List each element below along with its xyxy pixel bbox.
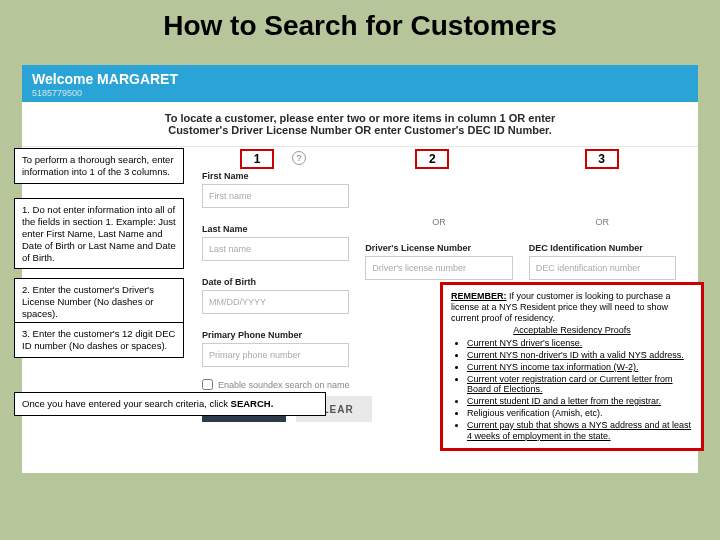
welcome-bar: Welcome MARGARET 5185779500 xyxy=(22,65,698,102)
badge-1: 1 xyxy=(240,149,274,169)
dob-input[interactable] xyxy=(202,290,349,314)
last-name-input[interactable] xyxy=(202,237,349,261)
soundex-checkbox[interactable] xyxy=(202,379,213,390)
dec-label: DEC Identification Number xyxy=(529,243,676,253)
list-item: Current NYS income tax information (W-2)… xyxy=(467,362,693,373)
help-icon[interactable]: ? xyxy=(292,151,306,165)
list-item: Current student ID and a letter from the… xyxy=(467,396,693,407)
welcome-prefix: Welcome xyxy=(32,71,97,87)
dec-input[interactable] xyxy=(529,256,676,280)
first-name-input[interactable] xyxy=(202,184,349,208)
welcome-username: MARGARET xyxy=(97,71,178,87)
callout-step-1: 1. Do not enter information into all of … xyxy=(14,198,184,269)
phone-input[interactable] xyxy=(202,343,349,367)
soundex-label: Enable soundex search on name xyxy=(218,380,350,390)
callout-bottom-text: Once you have entered your search criter… xyxy=(22,398,231,409)
badge-3: 3 xyxy=(585,149,619,169)
or-label-2: OR xyxy=(529,217,676,227)
callout-bottom-search: SEARCH. xyxy=(231,398,274,409)
list-item: Religious verification (Amish, etc). xyxy=(467,408,693,419)
slide-title: How to Search for Customers xyxy=(0,0,720,50)
remember-header: REMEMBER: xyxy=(451,291,507,301)
remember-list: Current NYS driver's license. Current NY… xyxy=(451,338,693,441)
dob-label: Date of Birth xyxy=(202,277,349,287)
list-item: Current voter registration card or Curre… xyxy=(467,374,693,396)
last-name-label: Last Name xyxy=(202,224,349,234)
callout-remember: REMEMBER: If your customer is looking to… xyxy=(440,282,704,451)
phone-label: Primary Phone Number xyxy=(202,330,349,340)
callout-intro: To perform a thorough search, enter info… xyxy=(14,148,184,184)
callout-bottom: Once you have entered your search criter… xyxy=(14,392,326,416)
list-item: Current pay stub that shows a NYS addres… xyxy=(467,420,693,442)
callout-step-3: 3. Enter the customer's 12 digit DEC ID … xyxy=(14,322,184,358)
instruction-text: To locate a customer, please enter two o… xyxy=(22,102,698,147)
welcome-id: 5185779500 xyxy=(32,88,688,98)
callout-step-2: 2. Enter the customer's Driver's License… xyxy=(14,278,184,326)
list-item: Current NYS non-driver's ID with a valid… xyxy=(467,350,693,361)
dl-input[interactable] xyxy=(365,256,512,280)
badge-2: 2 xyxy=(415,149,449,169)
list-item: Current NYS driver's license. xyxy=(467,338,693,349)
remember-subhead: Acceptable Residency Proofs xyxy=(451,325,693,336)
column-1: 1 ? First Name Last Name Date of Birth P… xyxy=(202,155,349,367)
or-label-1: OR xyxy=(365,217,512,227)
dl-label: Driver's License Number xyxy=(365,243,512,253)
first-name-label: First Name xyxy=(202,171,349,181)
